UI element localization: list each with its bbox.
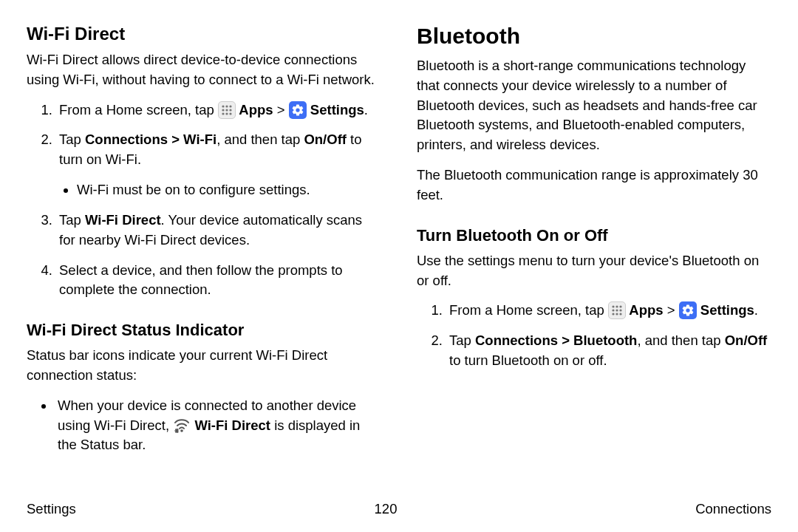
footer-page-number: 120 xyxy=(375,501,398,517)
svg-point-2 xyxy=(229,105,231,107)
wifi-direct-intro: Wi-Fi Direct allows direct device-to-dev… xyxy=(27,50,381,90)
bluetooth-intro: Bluetooth is a short-range communication… xyxy=(417,56,771,155)
svg-point-7 xyxy=(225,112,228,115)
sub-list: Wi-Fi must be on to configure settings. xyxy=(59,180,381,200)
apps-icon xyxy=(608,301,626,319)
turn-bluetooth-intro: Use the settings menu to turn your devic… xyxy=(417,251,771,291)
svg-point-17 xyxy=(615,313,618,316)
svg-point-10 xyxy=(612,306,614,308)
settings-icon xyxy=(679,301,697,319)
footer-right: Connections xyxy=(695,501,771,517)
svg-point-9 xyxy=(180,429,183,432)
svg-point-18 xyxy=(619,313,621,316)
list-item: Tap Connections > Wi-Fi, and then tap On… xyxy=(56,130,381,200)
list-item: From a Home screen, tap Apps > Settings. xyxy=(446,301,771,321)
bluetooth-range: The Bluetooth communication range is app… xyxy=(417,166,771,205)
left-column: Wi-Fi Direct Wi-Fi Direct allows direct … xyxy=(27,24,381,497)
wifi-direct-icon xyxy=(173,417,191,433)
svg-point-1 xyxy=(225,105,228,107)
svg-point-8 xyxy=(229,112,231,115)
svg-point-16 xyxy=(612,313,614,316)
heading-turn-bluetooth: Turn Bluetooth On or Off xyxy=(417,226,771,245)
svg-point-3 xyxy=(222,109,224,111)
svg-point-14 xyxy=(615,310,618,312)
svg-point-4 xyxy=(225,109,228,111)
svg-point-0 xyxy=(222,105,224,107)
heading-bluetooth: Bluetooth xyxy=(417,24,771,49)
page-footer: Settings 120 Connections xyxy=(27,501,771,517)
bluetooth-steps: From a Home screen, tap Apps > Settings.… xyxy=(417,301,771,370)
heading-status-indicator: Wi-Fi Direct Status Indicator xyxy=(27,321,381,340)
svg-point-11 xyxy=(615,306,618,308)
svg-point-15 xyxy=(619,310,621,312)
list-item: Tap Wi-Fi Direct. Your device automatica… xyxy=(56,211,381,250)
svg-point-12 xyxy=(619,306,621,308)
status-bullets: When your device is connected to another… xyxy=(27,396,381,455)
list-item: From a Home screen, tap Apps > Settings. xyxy=(56,100,381,120)
status-intro: Status bar icons indicate your current W… xyxy=(27,346,381,386)
apps-icon xyxy=(218,101,236,119)
right-column: Bluetooth Bluetooth is a short-range com… xyxy=(417,24,771,497)
footer-left: Settings xyxy=(27,501,76,517)
svg-point-6 xyxy=(222,112,224,115)
list-item: Wi-Fi must be on to configure settings. xyxy=(77,180,381,200)
svg-point-5 xyxy=(229,109,231,111)
list-item: When your device is connected to another… xyxy=(55,396,381,455)
list-item: Tap Connections > Bluetooth, and then ta… xyxy=(446,331,771,371)
wifi-direct-steps: From a Home screen, tap Apps > Settings.… xyxy=(27,100,381,301)
settings-icon xyxy=(289,101,307,119)
svg-point-13 xyxy=(612,310,614,312)
list-item: Select a device, and then follow the pro… xyxy=(56,261,381,301)
heading-wifi-direct: Wi-Fi Direct xyxy=(27,24,381,44)
